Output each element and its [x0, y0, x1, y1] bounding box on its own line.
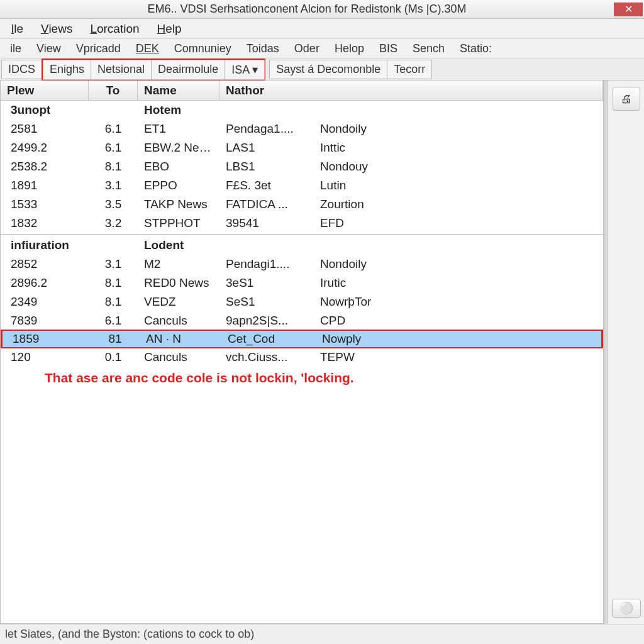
group-plew: 3unopt: [1, 103, 89, 117]
cell-nathor-b: Nondouy: [314, 160, 603, 174]
cell-nathor-b: Nowply: [316, 332, 601, 346]
tab-enighs[interactable]: Enighs: [43, 60, 91, 80]
table-row[interactable]: 25816.1ET1Pendaga1....Nondoily: [1, 119, 603, 138]
cell-nathor-a: LBS1: [219, 160, 314, 174]
cell-nathor-b: TEPW: [314, 350, 603, 364]
cell-name: RED0 News: [138, 276, 219, 290]
table-row[interactable]: 2538.28.1EBOLBS1Nondouy: [1, 157, 603, 176]
menu2-1[interactable]: View: [29, 40, 69, 58]
cell-nathor-b: CPD: [314, 314, 603, 328]
group-name: Lodent: [138, 238, 219, 252]
tab-tecorr[interactable]: Tecorr: [387, 60, 432, 79]
table-row[interactable]: 15333.5TAKP NewsFATDICA ...Zourtion: [1, 195, 603, 214]
cell-plew: 2349: [1, 295, 89, 309]
group-name: Hotem: [138, 103, 219, 117]
menu2-7[interactable]: Helop: [327, 40, 372, 58]
cell-nathor-a: vch.Ciuss...: [219, 350, 314, 364]
cell-nathor-b: Irutic: [314, 276, 603, 290]
col-plew[interactable]: Plew: [1, 80, 89, 100]
cell-plew: 1891: [1, 179, 89, 192]
printer-icon: 🖨: [621, 92, 632, 106]
menu-help[interactable]: Help: [148, 19, 191, 38]
menu2-0[interactable]: ile: [3, 40, 29, 58]
cell-name: EBW.2 News: [138, 141, 219, 155]
tabbar: IDCS Enighs Netsional Deairmolule ISA Sa…: [0, 59, 644, 80]
cell-plew: 2499.2: [1, 141, 89, 155]
circle-icon: ⚪: [619, 601, 633, 615]
cell-nathor-a: LAS1: [219, 141, 314, 155]
cell-name: TAKP News: [138, 197, 219, 211]
cell-nathor-a: F£S. 3et: [219, 179, 314, 192]
cell-plew: 2852: [1, 257, 89, 271]
group-divider: [1, 234, 603, 235]
cell-nathor-a: SeS1: [219, 295, 314, 309]
menu2-3[interactable]: DEK: [128, 40, 167, 58]
main-area: Plew To Name Nathor 3unoptHotem25816.1ET…: [0, 80, 644, 624]
tab-netsional[interactable]: Netsional: [91, 60, 152, 80]
tab-idcs[interactable]: IDCS: [1, 60, 42, 79]
cell-name: AN · N: [140, 332, 221, 346]
menu-lorcation[interactable]: Lorcation: [81, 19, 148, 38]
close-button[interactable]: ✕: [614, 3, 643, 16]
cell-name: Canculs: [138, 314, 219, 328]
cell-nathor-a: 9apn2S|S...: [219, 314, 314, 328]
cell-to: 6.1: [89, 141, 138, 155]
table-row[interactable]: 78396.1Canculs9apn2S|S...CPD: [1, 311, 603, 330]
table-row[interactable]: 23498.1VEDZSeS1NowrþTor: [1, 292, 603, 311]
cell-to: 3.5: [89, 197, 138, 211]
col-name[interactable]: Name: [138, 80, 219, 100]
side-tool-button[interactable]: 🖨: [613, 87, 640, 111]
cell-nathor-a: 3eS1: [219, 276, 314, 290]
cell-to: 0.1: [89, 350, 138, 364]
menu2-4[interactable]: Comnuniey: [167, 40, 239, 58]
side-toolbar: 🖨 ⚪: [608, 80, 644, 624]
menu-le[interactable]: llele: [3, 19, 32, 38]
tab-saysta[interactable]: Sayst á Decomonble: [269, 60, 387, 79]
menu-views[interactable]: Views: [32, 19, 81, 38]
menu2-8[interactable]: BIS: [372, 40, 405, 58]
cell-nathor-b: Lutin: [314, 179, 603, 192]
col-to[interactable]: To: [89, 80, 138, 100]
table-row[interactable]: 18913.1EPPOF£S. 3etLutin: [1, 176, 603, 195]
cell-plew: 2538.2: [1, 160, 89, 174]
tab-redgroup: Enighs Netsional Deairmolule ISA: [42, 58, 265, 81]
cell-plew: 7839: [1, 314, 89, 328]
group-header: infiurationLodent: [1, 236, 603, 255]
cell-to: 6.1: [89, 122, 138, 136]
menu2-5[interactable]: Toidas: [239, 40, 287, 58]
tab-deairmolule[interactable]: Deairmolule: [151, 60, 225, 80]
side-bottom-button[interactable]: ⚪: [612, 599, 641, 618]
table-row[interactable]: 2499.26.1EBW.2 NewsLAS1Inttic: [1, 138, 603, 157]
table-header: Plew To Name Nathor: [1, 80, 603, 101]
cell-name: EPPO: [138, 179, 219, 192]
menu2-9[interactable]: Sench: [405, 40, 452, 58]
cell-nathor-b: EFD: [314, 216, 603, 230]
menu2-10[interactable]: Statio:: [452, 40, 499, 58]
cell-nathor-a: Cet_Cod: [221, 332, 316, 346]
cell-to: 8.1: [89, 295, 138, 309]
annotation-text: That ase are anc code cole is not lockin…: [1, 367, 603, 389]
table-row[interactable]: 1200.1Canculsvch.Ciuss...TEPW: [1, 348, 603, 367]
table-row[interactable]: 18323.2STPPHOT39541EFD: [1, 214, 603, 233]
cell-name: VEDZ: [138, 295, 219, 309]
cell-to: 8.1: [89, 160, 138, 174]
tab-isa-dropdown[interactable]: ISA: [225, 60, 265, 80]
table-row[interactable]: 2896.28.1RED0 News3eS1Irutic: [1, 274, 603, 292]
cell-nathor-b: Nondoily: [314, 122, 603, 136]
cell-nathor-b: Nondoily: [314, 257, 603, 271]
table-row[interactable]: 28523.1M2Pendagi1....Nondoily: [1, 255, 603, 274]
cell-nathor-b: NowrþTor: [314, 295, 603, 309]
window-title: EM6.. VDSI Serhsationconent Alcion for R…: [0, 3, 614, 16]
menubar-secondary: ile View Vpricadd DEK Comnuniey Toidas O…: [0, 39, 644, 59]
cell-plew: 1832: [1, 216, 89, 230]
table-pane: Plew To Name Nathor 3unoptHotem25816.1ET…: [0, 80, 604, 624]
group-header: 3unoptHotem: [1, 101, 603, 119]
menu2-6[interactable]: Oder: [287, 40, 327, 58]
group-plew: infiuration: [1, 238, 89, 252]
table-row[interactable]: 185981AN · NCet_CodNowply: [1, 330, 603, 348]
table-body: 3unoptHotem25816.1ET1Pendaga1....Nondoil…: [1, 101, 603, 367]
menu2-2[interactable]: Vpricadd: [69, 40, 128, 58]
col-nathor[interactable]: Nathor: [219, 80, 603, 100]
cell-nathor-b: Inttic: [314, 141, 603, 155]
cell-to: 3.1: [89, 257, 138, 271]
